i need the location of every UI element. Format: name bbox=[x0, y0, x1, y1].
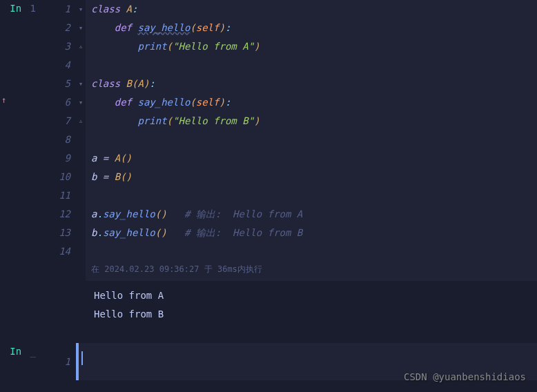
prompt-in-label: In bbox=[10, 3, 21, 14]
line-gutter: 1 bbox=[41, 343, 76, 380]
prompt: In 1 bbox=[0, 0, 41, 17]
code-line: print("Hello from A") bbox=[91, 37, 531, 56]
fold-icon[interactable] bbox=[76, 205, 86, 224]
line-number[interactable]: 9 bbox=[41, 149, 70, 168]
code-cell-1: In 1 1 2 3 4 5 6 7 8 9 10 11 12 13 14 ▾ … bbox=[0, 0, 537, 281]
line-number[interactable]: 6 bbox=[41, 93, 70, 112]
execution-status: 在 2024.02.23 09:36:27 于 36ms内执行 bbox=[91, 261, 531, 281]
line-number[interactable]: 13 bbox=[41, 224, 70, 242]
code-line bbox=[91, 130, 531, 149]
line-number[interactable]: 11 bbox=[41, 186, 70, 205]
code-line bbox=[91, 242, 531, 261]
line-gutter: 1 2 3 4 5 6 7 8 9 10 11 12 13 14 bbox=[41, 0, 76, 261]
fold-icon[interactable]: ▾ bbox=[76, 75, 86, 93]
code-line: class B(A): bbox=[91, 75, 531, 93]
output-line: Hello from A bbox=[0, 286, 537, 305]
line-number[interactable]: 14 bbox=[41, 242, 70, 261]
line-number[interactable]: 5 bbox=[41, 75, 70, 93]
line-number[interactable]: 8 bbox=[41, 130, 70, 149]
fold-icon[interactable] bbox=[76, 149, 86, 168]
line-number[interactable]: 12 bbox=[41, 205, 70, 224]
fold-icon[interactable]: ▵ bbox=[76, 112, 86, 130]
line-number[interactable]: 10 bbox=[41, 168, 70, 186]
fold-icon[interactable] bbox=[76, 56, 86, 75]
code-line: print("Hello from B") bbox=[91, 112, 531, 130]
fold-icon[interactable] bbox=[76, 130, 86, 149]
fold-icon[interactable]: ▾ bbox=[76, 93, 86, 112]
prompt-cell-num: _ bbox=[30, 346, 36, 357]
fold-icon[interactable]: ▵ bbox=[76, 37, 86, 56]
fold-icon[interactable] bbox=[76, 168, 86, 186]
line-number[interactable]: 1 bbox=[41, 343, 70, 380]
prompt-cell-num: 1 bbox=[30, 3, 36, 14]
code-line: def say_hello(self): bbox=[91, 19, 531, 37]
fold-icon[interactable]: ▾ bbox=[76, 19, 86, 37]
output-area: Hello from A Hello from B bbox=[0, 281, 537, 335]
watermark: CSDN @yuanbenshidiaos bbox=[404, 371, 526, 382]
text-cursor bbox=[81, 351, 83, 365]
code-line bbox=[91, 56, 531, 75]
line-number[interactable]: 2 bbox=[41, 19, 70, 37]
code-line: def say_hello(self): bbox=[91, 93, 531, 112]
code-line: a = A() bbox=[91, 149, 531, 168]
line-number[interactable]: 3 bbox=[41, 37, 70, 56]
override-arrow-icon[interactable]: ↑ bbox=[1, 95, 6, 105]
code-line: b.say_hello() # 输出: Hello from B bbox=[91, 224, 531, 242]
code-line: class A: bbox=[91, 0, 531, 19]
fold-icon[interactable]: ▾ bbox=[76, 0, 86, 19]
output-line: Hello from B bbox=[0, 305, 537, 324]
code-line bbox=[91, 186, 531, 205]
line-number[interactable]: 4 bbox=[41, 56, 70, 75]
prompt: In _ bbox=[0, 343, 41, 360]
line-number[interactable]: 1 bbox=[41, 0, 70, 19]
code-editor[interactable]: class A: def say_hello(self): print("Hel… bbox=[86, 0, 537, 281]
code-line: b = B() bbox=[91, 168, 531, 186]
fold-icon[interactable] bbox=[76, 242, 86, 261]
fold-icon[interactable] bbox=[76, 224, 86, 242]
fold-column: ▾ ▾ ▵ ▾ ▾ ▵ bbox=[76, 0, 86, 261]
prompt-in-label: In bbox=[10, 346, 21, 357]
fold-icon[interactable] bbox=[76, 186, 86, 205]
line-number[interactable]: 7 bbox=[41, 112, 70, 130]
code-line: a.say_hello() # 输出: Hello from A bbox=[91, 205, 531, 224]
